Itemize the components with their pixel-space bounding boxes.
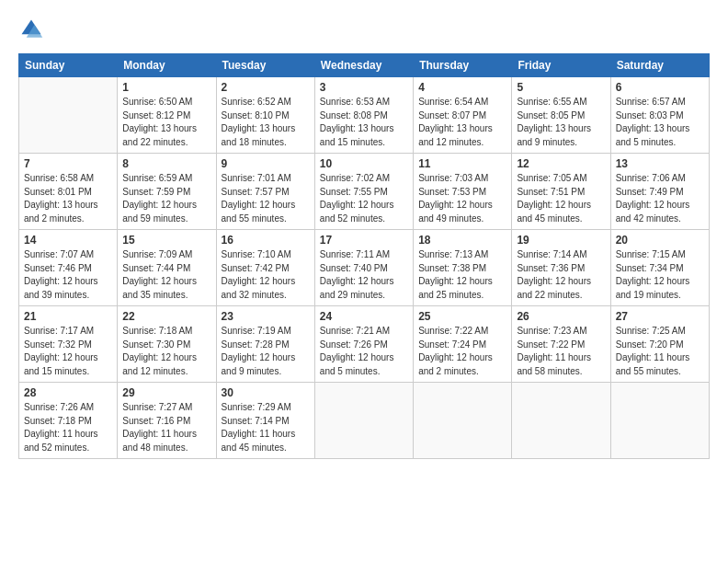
day-info: Sunrise: 7:27 AMSunset: 7:16 PMDaylight:… <box>122 401 210 454</box>
calendar-cell: 22Sunrise: 7:18 AMSunset: 7:30 PMDayligh… <box>118 306 216 383</box>
day-info: Sunrise: 7:18 AMSunset: 7:30 PMDaylight:… <box>122 325 210 378</box>
day-info: Sunrise: 7:23 AMSunset: 7:22 PMDaylight:… <box>517 325 605 378</box>
day-info: Sunrise: 7:09 AMSunset: 7:44 PMDaylight:… <box>122 248 210 302</box>
day-number: 4 <box>418 81 506 94</box>
day-number: 5 <box>517 81 605 94</box>
day-info: Sunrise: 6:57 AMSunset: 8:03 PMDaylight:… <box>616 96 704 149</box>
calendar-cell: 25Sunrise: 7:22 AMSunset: 7:24 PMDayligh… <box>414 306 512 383</box>
calendar-cell: 17Sunrise: 7:11 AMSunset: 7:40 PMDayligh… <box>314 230 413 306</box>
calendar-cell: 2Sunrise: 6:52 AMSunset: 8:10 PMDaylight… <box>216 77 314 154</box>
day-number: 20 <box>616 234 704 247</box>
weekday-header-row: SundayMondayTuesdayWednesdayThursdayFrid… <box>19 54 710 77</box>
day-info: Sunrise: 6:55 AMSunset: 8:05 PMDaylight:… <box>517 96 605 149</box>
header <box>18 17 710 42</box>
day-info: Sunrise: 6:59 AMSunset: 7:59 PMDaylight:… <box>122 172 210 225</box>
calendar-cell: 27Sunrise: 7:25 AMSunset: 7:20 PMDayligh… <box>610 306 709 383</box>
day-number: 16 <box>222 234 310 247</box>
weekday-wednesday: Wednesday <box>314 54 413 77</box>
day-info: Sunrise: 7:02 AMSunset: 7:55 PMDaylight:… <box>320 172 408 225</box>
calendar-cell: 1Sunrise: 6:50 AMSunset: 8:12 PMDaylight… <box>118 77 216 154</box>
day-number: 22 <box>122 310 210 323</box>
calendar-cell <box>414 383 512 459</box>
calendar-cell: 28Sunrise: 7:26 AMSunset: 7:18 PMDayligh… <box>19 383 118 459</box>
calendar-cell: 6Sunrise: 6:57 AMSunset: 8:03 PMDaylight… <box>610 77 709 154</box>
day-info: Sunrise: 7:22 AMSunset: 7:24 PMDaylight:… <box>418 325 506 378</box>
day-number: 28 <box>24 386 112 399</box>
day-number: 12 <box>517 157 605 170</box>
day-info: Sunrise: 7:19 AMSunset: 7:28 PMDaylight:… <box>222 325 310 378</box>
day-number: 3 <box>320 81 408 94</box>
calendar-cell <box>314 383 413 459</box>
calendar-cell: 4Sunrise: 6:54 AMSunset: 8:07 PMDaylight… <box>414 77 512 154</box>
calendar-cell: 5Sunrise: 6:55 AMSunset: 8:05 PMDaylight… <box>512 77 610 154</box>
day-info: Sunrise: 6:52 AMSunset: 8:10 PMDaylight:… <box>222 96 310 149</box>
day-info: Sunrise: 7:26 AMSunset: 7:18 PMDaylight:… <box>24 401 112 454</box>
day-info: Sunrise: 6:54 AMSunset: 8:07 PMDaylight:… <box>418 96 506 149</box>
day-info: Sunrise: 7:01 AMSunset: 7:57 PMDaylight:… <box>222 172 310 225</box>
day-number: 23 <box>222 310 310 323</box>
calendar-cell: 9Sunrise: 7:01 AMSunset: 7:57 PMDaylight… <box>216 154 314 230</box>
day-number: 26 <box>517 310 605 323</box>
weekday-friday: Friday <box>512 54 610 77</box>
day-info: Sunrise: 6:50 AMSunset: 8:12 PMDaylight:… <box>122 96 210 149</box>
day-number: 14 <box>24 234 112 247</box>
calendar-cell: 7Sunrise: 6:58 AMSunset: 8:01 PMDaylight… <box>19 154 118 230</box>
day-number: 10 <box>320 157 408 170</box>
calendar-cell: 19Sunrise: 7:14 AMSunset: 7:36 PMDayligh… <box>512 230 610 306</box>
day-info: Sunrise: 7:25 AMSunset: 7:20 PMDaylight:… <box>616 325 704 378</box>
logo-icon <box>18 17 44 42</box>
calendar: SundayMondayTuesdayWednesdayThursdayFrid… <box>18 53 710 459</box>
calendar-cell <box>19 77 118 154</box>
day-info: Sunrise: 7:11 AMSunset: 7:40 PMDaylight:… <box>320 248 408 302</box>
day-info: Sunrise: 7:05 AMSunset: 7:51 PMDaylight:… <box>517 172 605 225</box>
calendar-cell: 23Sunrise: 7:19 AMSunset: 7:28 PMDayligh… <box>216 306 314 383</box>
day-number: 19 <box>517 234 605 247</box>
weekday-tuesday: Tuesday <box>216 54 314 77</box>
day-number: 29 <box>122 386 210 399</box>
day-number: 9 <box>222 157 310 170</box>
day-number: 13 <box>616 157 704 170</box>
day-info: Sunrise: 7:06 AMSunset: 7:49 PMDaylight:… <box>616 172 704 225</box>
weekday-sunday: Sunday <box>19 54 118 77</box>
day-info: Sunrise: 6:53 AMSunset: 8:08 PMDaylight:… <box>320 96 408 149</box>
day-number: 27 <box>616 310 704 323</box>
day-number: 15 <box>122 234 210 247</box>
calendar-cell: 24Sunrise: 7:21 AMSunset: 7:26 PMDayligh… <box>314 306 413 383</box>
weekday-thursday: Thursday <box>414 54 512 77</box>
day-number: 21 <box>24 310 112 323</box>
day-info: Sunrise: 7:03 AMSunset: 7:53 PMDaylight:… <box>418 172 506 225</box>
day-info: Sunrise: 7:15 AMSunset: 7:34 PMDaylight:… <box>616 248 704 302</box>
day-number: 6 <box>616 81 704 94</box>
calendar-cell: 12Sunrise: 7:05 AMSunset: 7:51 PMDayligh… <box>512 154 610 230</box>
calendar-cell: 21Sunrise: 7:17 AMSunset: 7:32 PMDayligh… <box>19 306 118 383</box>
calendar-cell: 18Sunrise: 7:13 AMSunset: 7:38 PMDayligh… <box>414 230 512 306</box>
calendar-cell: 15Sunrise: 7:09 AMSunset: 7:44 PMDayligh… <box>118 230 216 306</box>
day-number: 17 <box>320 234 408 247</box>
day-number: 11 <box>418 157 506 170</box>
weekday-monday: Monday <box>118 54 216 77</box>
day-info: Sunrise: 7:10 AMSunset: 7:42 PMDaylight:… <box>222 248 310 302</box>
calendar-cell: 20Sunrise: 7:15 AMSunset: 7:34 PMDayligh… <box>610 230 709 306</box>
week-row-2: 7Sunrise: 6:58 AMSunset: 8:01 PMDaylight… <box>19 154 710 230</box>
day-info: Sunrise: 7:07 AMSunset: 7:46 PMDaylight:… <box>24 248 112 302</box>
weekday-saturday: Saturday <box>610 54 709 77</box>
day-info: Sunrise: 7:17 AMSunset: 7:32 PMDaylight:… <box>24 325 112 378</box>
day-number: 2 <box>222 81 310 94</box>
day-info: Sunrise: 7:29 AMSunset: 7:14 PMDaylight:… <box>222 401 310 454</box>
day-number: 30 <box>222 386 310 399</box>
calendar-cell: 30Sunrise: 7:29 AMSunset: 7:14 PMDayligh… <box>216 383 314 459</box>
week-row-3: 14Sunrise: 7:07 AMSunset: 7:46 PMDayligh… <box>19 230 710 306</box>
week-row-5: 28Sunrise: 7:26 AMSunset: 7:18 PMDayligh… <box>19 383 710 459</box>
calendar-cell: 13Sunrise: 7:06 AMSunset: 7:49 PMDayligh… <box>610 154 709 230</box>
day-number: 1 <box>122 81 210 94</box>
day-number: 7 <box>24 157 112 170</box>
day-info: Sunrise: 6:58 AMSunset: 8:01 PMDaylight:… <box>24 172 112 225</box>
calendar-cell <box>610 383 709 459</box>
calendar-cell: 14Sunrise: 7:07 AMSunset: 7:46 PMDayligh… <box>19 230 118 306</box>
week-row-1: 1Sunrise: 6:50 AMSunset: 8:12 PMDaylight… <box>19 77 710 154</box>
day-number: 8 <box>122 157 210 170</box>
calendar-cell <box>512 383 610 459</box>
day-info: Sunrise: 7:13 AMSunset: 7:38 PMDaylight:… <box>418 248 506 302</box>
day-number: 25 <box>418 310 506 323</box>
week-row-4: 21Sunrise: 7:17 AMSunset: 7:32 PMDayligh… <box>19 306 710 383</box>
